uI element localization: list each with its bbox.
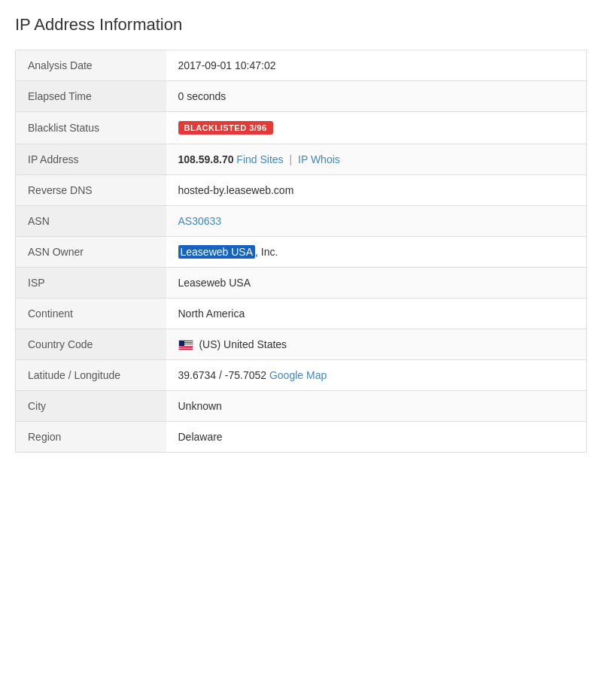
row-label: Reverse DNS [16, 175, 166, 206]
table-row: ASN OwnerLeaseweb USA, Inc. [16, 237, 587, 268]
ip-whois-link[interactable]: IP Whois [298, 153, 340, 165]
table-row: ASNAS30633 [16, 206, 587, 237]
row-label: ISP [16, 268, 166, 298]
google-map-link[interactable]: Google Map [269, 369, 327, 381]
table-row: CityUnknown [16, 391, 587, 422]
row-value: Unknown [166, 391, 587, 422]
row-value: Delaware [166, 422, 587, 453]
row-value: BLACKLISTED 3/96 [166, 112, 587, 144]
row-label: ASN Owner [16, 237, 166, 268]
row-value: 39.6734 / -75.7052 Google Map [166, 360, 587, 391]
ip-address-value: 108.59.8.70 [178, 153, 237, 165]
country-flag [178, 340, 193, 350]
row-label: Analysis Date [16, 50, 166, 81]
table-row: Reverse DNShosted-by.leaseweb.com [16, 175, 587, 206]
blacklist-badge: BLACKLISTED 3/96 [178, 121, 273, 135]
asn-owner-highlight: Leaseweb USA [178, 245, 256, 259]
table-row: Latitude / Longitude39.6734 / -75.7052 G… [16, 360, 587, 391]
row-label: Blacklist Status [16, 112, 166, 144]
row-label: Elapsed Time [16, 81, 166, 112]
row-label: Region [16, 422, 166, 453]
page-title: IP Address Information [15, 15, 587, 35]
table-row: ContinentNorth America [16, 298, 587, 329]
row-label: IP Address [16, 144, 166, 175]
table-row: Analysis Date2017-09-01 10:47:02 [16, 50, 587, 81]
row-value: Leaseweb USA, Inc. [166, 237, 587, 268]
table-row: ISPLeaseweb USA [16, 268, 587, 298]
row-label: City [16, 391, 166, 422]
find-sites-link[interactable]: Find Sites [236, 153, 283, 165]
row-value: North America [166, 298, 587, 329]
table-row: IP Address108.59.8.70 Find Sites | IP Wh… [16, 144, 587, 175]
separator: | [287, 153, 295, 165]
row-value: 2017-09-01 10:47:02 [166, 50, 587, 81]
info-table: Analysis Date2017-09-01 10:47:02Elapsed … [15, 50, 587, 453]
row-value: Leaseweb USA [166, 268, 587, 298]
row-value: 108.59.8.70 Find Sites | IP Whois [166, 144, 587, 175]
table-row: RegionDelaware [16, 422, 587, 453]
row-label: Continent [16, 298, 166, 329]
row-value: (US) United States [166, 329, 587, 360]
row-value: 0 seconds [166, 81, 587, 112]
row-value: AS30633 [166, 206, 587, 237]
row-value: hosted-by.leaseweb.com [166, 175, 587, 206]
row-label: ASN [16, 206, 166, 237]
row-label: Country Code [16, 329, 166, 360]
table-row: Country Code (US) United States [16, 329, 587, 360]
table-row: Elapsed Time0 seconds [16, 81, 587, 112]
table-row: Blacklist StatusBLACKLISTED 3/96 [16, 112, 587, 144]
row-label: Latitude / Longitude [16, 360, 166, 391]
asn-link[interactable]: AS30633 [178, 215, 222, 227]
